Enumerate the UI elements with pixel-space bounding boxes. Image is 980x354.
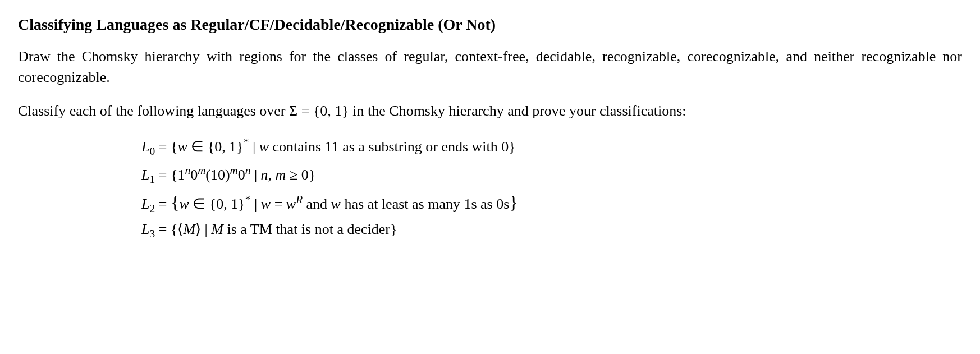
l3-eq: = [155, 221, 171, 237]
l2-bar: | [251, 196, 261, 212]
l0-w: w [177, 139, 187, 155]
l1-var: L [141, 166, 149, 182]
l2-r: R [296, 194, 303, 205]
l1-n2: n [245, 164, 251, 176]
l2-set: {0, 1} [209, 196, 245, 212]
l2-w3: w [286, 196, 296, 212]
l1-n1: n [185, 164, 190, 176]
l2-text: has at least as many 1s as 0s [341, 196, 509, 212]
para2-pre: Classify each of the following languages… [18, 103, 289, 119]
l2-star: * [245, 194, 251, 205]
l1-geq: ≥ 0 [286, 166, 308, 182]
paragraph-1: Draw the Chomsky hierarchy with regions … [18, 47, 962, 88]
l0-eq: = [155, 139, 171, 155]
l1-m1: m [198, 164, 205, 176]
l1-open: { [171, 166, 177, 182]
section-heading: Classifying Languages as Regular/CF/Deci… [18, 13, 962, 35]
l3-sub: 3 [149, 228, 155, 240]
l3-text: is a TM that is not a decider [223, 221, 390, 237]
equation-l1: L1 = {1n0m(10)m0n | n, m ≥ 0} [141, 163, 962, 187]
l2-in: ∈ [189, 196, 209, 212]
l3-bar: | [201, 221, 211, 237]
l0-star: * [244, 136, 249, 148]
l1-sub: 1 [149, 173, 155, 185]
l0-text: contains 11 as a substring or ends with … [269, 139, 509, 155]
l0-open: { [171, 139, 177, 155]
l1-close: } [309, 166, 315, 182]
l3-m: M [183, 221, 195, 237]
l2-and: and [303, 196, 331, 212]
para2-eq: = [297, 103, 313, 119]
equation-l3: L3 = {⟨M⟩ | M is a TM that is not a deci… [141, 219, 962, 241]
equation-l0: L0 = {w ∈ {0, 1}* | w contains 11 as a s… [141, 135, 962, 159]
l2-w2: w [261, 196, 271, 212]
l0-w2: w [259, 139, 269, 155]
l1-one: 1 [177, 166, 185, 182]
l0-in: ∈ [187, 139, 208, 155]
l1-bar: | [250, 166, 260, 182]
l3-m2: M [211, 221, 223, 237]
equation-l2: L2 = {w ∈ {0, 1}* | w = wR and w has at … [141, 190, 962, 216]
l3-open: { [171, 221, 177, 237]
para2-set: {0, 1} [313, 103, 349, 119]
paragraph-2: Classify each of the following languages… [18, 101, 962, 121]
l2-w: w [180, 196, 189, 212]
para2-post: in the Chomsky hierarchy and prove your … [349, 103, 686, 119]
l0-set: {0, 1} [208, 139, 244, 155]
l1-nm: n, m [261, 166, 286, 182]
l2-eq2: = [271, 196, 286, 212]
sigma-symbol: Σ [289, 103, 297, 119]
l0-bar: | [249, 139, 259, 155]
l0-sub: 0 [149, 145, 155, 157]
l2-eq: = [155, 196, 171, 212]
l2-w4: w [331, 196, 341, 212]
l2-sub: 2 [149, 203, 155, 214]
l1-zero2: 0 [238, 166, 245, 182]
equation-block: L0 = {w ∈ {0, 1}* | w contains 11 as a s… [141, 135, 962, 241]
l3-close: } [390, 221, 397, 237]
l3-var: L [141, 221, 149, 237]
l0-close: } [509, 139, 515, 155]
l1-eq: = [155, 166, 171, 182]
l2-var: L [141, 196, 149, 212]
l1-m2: m [230, 164, 238, 176]
l1-ten: (10) [205, 166, 230, 182]
l2-close: } [509, 192, 518, 213]
l3-langle: ⟨ [177, 221, 183, 237]
l2-open: { [171, 192, 180, 213]
l0-var: L [141, 139, 149, 155]
l3-rangle: ⟩ [195, 221, 201, 237]
l1-zero1: 0 [190, 166, 198, 182]
